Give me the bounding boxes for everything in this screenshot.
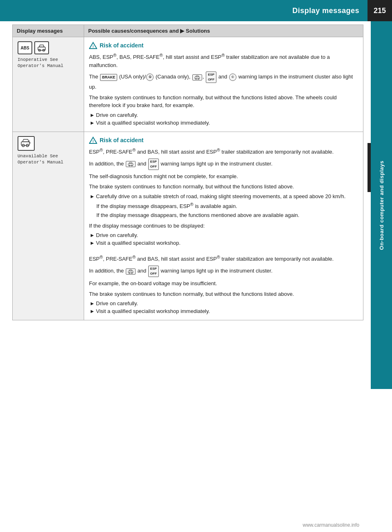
row1-bullet2: ▶ Visit a qualified specialist workshop … xyxy=(91,120,358,126)
row2-sub1: If the display message disappears, ESP® … xyxy=(96,201,358,210)
bullet-arrow-icon: ▶ xyxy=(91,233,94,237)
content-col-1: ! Risk of accident ABS, ESP®, BAS, PRE-S… xyxy=(84,37,363,132)
row2-sub2: If the display message disappears, the f… xyxy=(96,211,358,219)
main-table: Display messages Possible causes/consequ… xyxy=(12,25,363,320)
bullet-text: Carefully drive on a suitable stretch of… xyxy=(96,193,345,199)
bullet-arrow-icon: ▶ xyxy=(91,309,94,313)
circle-icon2: © xyxy=(229,74,236,81)
row2-para5: If the display message continues to be d… xyxy=(89,222,358,230)
risk-title-2: Risk of accident xyxy=(100,137,143,143)
row1-para3: The brake system continues to function n… xyxy=(89,94,358,110)
svg-marker-23 xyxy=(129,270,132,271)
car-svg-icon xyxy=(37,44,46,51)
bullet-text: Visit a qualified specialist workshop im… xyxy=(96,308,210,314)
col2-header: Possible causes/consequences and ▶ Solut… xyxy=(84,25,363,37)
bullet-arrow-icon: ▶ xyxy=(91,301,94,306)
warning-triangle-icon-2: ! xyxy=(89,136,97,144)
row1-para1: ABS, ESP®, BAS, PRE-SAFE®, hill start as… xyxy=(89,52,358,69)
header-bar: Display messages 215 xyxy=(0,0,392,21)
svg-text:<: < xyxy=(29,141,31,145)
car-sparks-svg: < < xyxy=(20,138,32,149)
row2-bullet4: ▶ Drive on carefully. xyxy=(91,300,358,306)
page-number: 215 xyxy=(368,0,392,21)
row2-para7: In addition, the and ESPOFF warning lamp… xyxy=(89,266,358,277)
row2-para9: The brake system continues to function n… xyxy=(89,290,358,298)
car-inline-svg2 xyxy=(128,162,134,166)
bullet-text: Drive on carefully. xyxy=(96,300,138,306)
row2-bullet5: ▶ Visit a qualified specialist workshop … xyxy=(91,308,358,314)
bullet-text: Drive on carefully. xyxy=(96,232,138,238)
content-col-2: ! Risk of accident ESP®, PRE-SAFE® and B… xyxy=(84,132,363,320)
row2-bullet1: ▶ Carefully drive on a suitable stretch … xyxy=(91,193,358,199)
side-label-text: On-board computer and displays xyxy=(379,161,385,250)
row2-para1: ESP®, PRE-SAFE® and BAS, hill start assi… xyxy=(89,147,358,156)
svg-text:!: ! xyxy=(93,139,94,143)
car-warning-icon2 xyxy=(126,161,136,167)
bullet-arrow-icon: ▶ xyxy=(91,121,94,125)
car-warning-icon3 xyxy=(126,268,136,275)
col1-header: Display messages xyxy=(13,25,84,37)
bullet-text: Visit a qualified specialist workshop im… xyxy=(96,120,210,126)
bullet-arrow-icon: ▶ xyxy=(91,241,94,245)
esp-off-icon: ESPOFF xyxy=(206,72,216,83)
car-icon-inline xyxy=(194,75,200,80)
brake-icon: BRAKE xyxy=(100,74,117,81)
row2-para4: The brake system continues to function n… xyxy=(89,183,358,191)
svg-text:!: ! xyxy=(93,45,94,49)
main-content: Display messages Possible causes/consequ… xyxy=(12,25,363,337)
row2-bullet2: ▶ Drive on carefully. xyxy=(91,232,358,238)
header-title: Display messages xyxy=(292,7,359,15)
row1-para2: The BRAKE (USA only)/① (Canada only), , … xyxy=(89,72,358,91)
warning-triangle-icon-1: ! xyxy=(89,41,97,49)
display-col-1: ABS Inoperative See xyxy=(13,37,84,132)
table-row: ABS Inoperative See xyxy=(13,37,363,132)
row2-bullet3: ▶ Visit a qualified specialist workshop. xyxy=(91,240,358,246)
car-icon-box xyxy=(34,41,49,54)
row2-para2: In addition, the and ESPOFF warning lamp… xyxy=(89,159,358,170)
car-sparks-icon-box: < < xyxy=(18,136,35,151)
bullet-text: Drive on carefully. xyxy=(96,112,138,118)
row2-para3: The self-diagnosis function might not be… xyxy=(89,172,358,181)
row1-bullet1: ▶ Drive on carefully. xyxy=(91,112,358,118)
risk-title-1: Risk of accident xyxy=(100,42,143,49)
display-label-2: Unavailable See Operator's Manual xyxy=(18,153,79,166)
display-label-1: Inoperative See Operator's Manual xyxy=(18,57,79,69)
risk-header-2: ! Risk of accident xyxy=(89,136,358,144)
abs-icon-row: ABS xyxy=(18,41,79,54)
unavailable-icon-row: < < xyxy=(18,136,79,151)
side-label-bar xyxy=(368,143,371,192)
row2-para6: ESP®, PRE-SAFE® and BAS, hill start assi… xyxy=(89,254,358,263)
svg-marker-1 xyxy=(39,45,44,47)
side-label: On-board computer and displays xyxy=(371,21,392,389)
bullet-arrow-icon: ▶ xyxy=(91,194,94,199)
footer-url: www.carmanualsoline.info xyxy=(303,522,359,528)
car-inline-svg3 xyxy=(128,269,134,274)
esp-off-icon3: ESPOFF xyxy=(148,266,159,277)
svg-marker-19 xyxy=(129,162,132,163)
abs-circle-icon: ABS xyxy=(18,41,32,54)
risk-header-1: ! Risk of accident xyxy=(89,41,358,49)
esp-off-icon2: ESPOFF xyxy=(148,159,159,170)
display-col-2: < < Unavailable See Operator's Manual xyxy=(13,132,84,320)
svg-marker-7 xyxy=(196,76,199,77)
bullet-text: Visit a qualified specialist workshop. xyxy=(96,240,180,246)
table-row: < < Unavailable See Operator's Manual xyxy=(13,132,363,320)
row2-para8: For example, the on-board voltage may be… xyxy=(89,279,358,288)
bullet-arrow-icon: ▶ xyxy=(91,113,94,117)
circle-icon: ① xyxy=(146,74,154,81)
car-warning-icon xyxy=(192,74,202,80)
